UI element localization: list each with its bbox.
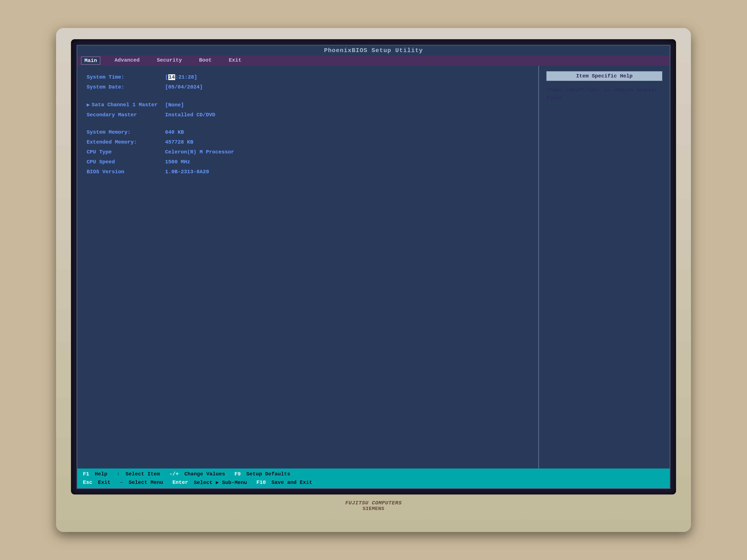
menu-bar: Main Advanced Security Boot Exit	[77, 55, 670, 66]
save-exit-desc: Save and Exit	[272, 480, 312, 485]
setup-defaults-desc: Setup Defaults	[246, 471, 290, 477]
cpu-speed-label: CPU Speed	[87, 159, 165, 165]
cpu-speed-row: CPU Speed 1500 MHz	[87, 158, 529, 166]
esc-key[interactable]: Esc	[83, 480, 92, 485]
system-date-label: System Date:	[87, 84, 165, 90]
system-memory-label: System Memory:	[87, 129, 165, 135]
f10-key[interactable]: F10	[256, 480, 266, 485]
extended-memory-row: Extended Memory: 457728 KB	[87, 138, 529, 146]
bios-screen: PhoenixBIOS Setup Utility Main Advanced …	[77, 45, 670, 489]
menu-item-security[interactable]: Security	[154, 57, 185, 64]
menu-item-boot[interactable]: Boot	[196, 57, 214, 64]
system-time-row: System Time: [14:21:28]	[87, 73, 529, 81]
main-content: System Time: [14:21:28] System Date: [05…	[77, 66, 670, 469]
sata-master-value[interactable]: [None]	[165, 102, 184, 108]
secondary-master-label: Secondary Master	[87, 112, 165, 118]
plusminus-key[interactable]: -/+	[169, 471, 179, 477]
system-date-row: System Date: [05/04/2024]	[87, 83, 529, 91]
select-item-desc: Select Item	[126, 471, 160, 477]
updown-key[interactable]: ↕	[117, 471, 120, 477]
cpu-speed-value: 1500 MHz	[165, 159, 190, 165]
bottom-line2: Esc Exit ↔ Select Menu Enter Select ▶ Su…	[77, 478, 670, 488]
select-submenu-desc: Select ▶ Sub-Menu	[194, 479, 247, 485]
bios-version-label: BIOS Version	[87, 169, 165, 175]
bottom-bar: F1 Help ↕ Select Item -/+ Change Values …	[77, 469, 670, 488]
cpu-type-label: CPU Type	[87, 149, 165, 155]
screen-bezel: PhoenixBIOS Setup Utility Main Advanced …	[71, 39, 676, 495]
bottom-line1: F1 Help ↕ Select Item -/+ Change Values …	[77, 469, 670, 478]
arrow-right-icon: ▶	[87, 102, 90, 108]
brand-fujitsu: FUJITSU COMPUTERS	[345, 500, 402, 506]
cpu-type-row: CPU Type Celeron(R) M Processor	[87, 148, 529, 156]
title-text: PhoenixBIOS Setup Utility	[324, 47, 423, 54]
time-highlight: 14	[168, 74, 175, 80]
system-memory-value: 640 KB	[165, 129, 184, 135]
extended-memory-label: Extended Memory:	[87, 139, 165, 145]
f1-key[interactable]: F1	[83, 471, 89, 477]
bios-version-value: 1.0B-2313-8A20	[165, 169, 209, 175]
laptop-chassis: PhoenixBIOS Setup Utility Main Advanced …	[56, 28, 691, 532]
right-panel: Item Specific Help <Tab>, <Shift-Tab>, o…	[539, 66, 670, 469]
leftright-key[interactable]: ↔	[120, 480, 123, 485]
secondary-master-row: Secondary Master Installed CD/DVD	[87, 111, 529, 119]
change-values-desc: Change Values	[184, 471, 225, 477]
cpu-type-value: Celeron(R) M Processor	[165, 149, 234, 155]
menu-item-exit[interactable]: Exit	[226, 57, 244, 64]
f9-key[interactable]: F9	[234, 471, 241, 477]
sata-master-row: ▶ Sata Channel 1 Master [None]	[87, 101, 529, 109]
help-text: <Tab>, <Shift-Tab>, or <Enter> selects f…	[546, 86, 662, 102]
system-time-label: System Time:	[87, 74, 165, 80]
enter-key[interactable]: Enter	[172, 480, 188, 485]
menu-item-main[interactable]: Main	[81, 57, 100, 64]
bios-version-row: BIOS Version 1.0B-2313-8A20	[87, 168, 529, 176]
system-memory-row: System Memory: 640 KB	[87, 128, 529, 136]
extended-memory-value: 457728 KB	[165, 139, 193, 145]
sata-master-label: ▶ Sata Channel 1 Master	[87, 102, 165, 108]
branding: FUJITSU COMPUTERS SIEMENS	[345, 495, 402, 513]
select-menu-desc: Select Menu	[128, 480, 163, 485]
menu-item-advanced[interactable]: Advanced	[111, 57, 143, 64]
brand-siemens: SIEMENS	[345, 506, 402, 511]
exit-desc: Exit	[98, 480, 110, 485]
f1-desc: Help	[95, 471, 107, 477]
secondary-master-value: Installed CD/DVD	[165, 112, 215, 118]
help-title: Item Specific Help	[546, 71, 662, 81]
left-panel: System Time: [14:21:28] System Date: [05…	[77, 66, 539, 469]
bios-title: PhoenixBIOS Setup Utility	[77, 46, 670, 55]
system-time-value[interactable]: [14:21:28]	[165, 74, 197, 80]
system-date-value[interactable]: [05/04/2024]	[165, 84, 203, 90]
